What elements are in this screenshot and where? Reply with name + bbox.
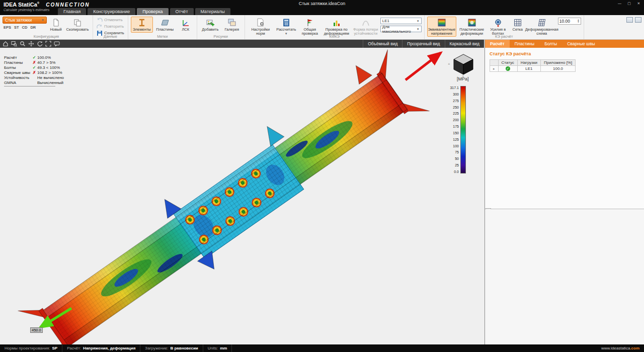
status-row: GMNAВычисленный	[4, 80, 64, 85]
panel-tab-svarnye-shvy[interactable]: Сварные швы	[562, 40, 600, 48]
toggle-lcs-button[interactable]: ЛСК	[177, 17, 194, 33]
window-controls: — ▢ ✕	[616, 1, 642, 6]
statusbar-value: mm	[220, 346, 227, 350]
layout-icon[interactable]	[626, 17, 633, 23]
group-data: Отменить Повторить Сохранить Данные	[93, 15, 128, 39]
cube-rotate-down-icon[interactable]: +	[462, 74, 464, 78]
tab-materialy[interactable]: Материалы	[195, 8, 230, 15]
undo-button[interactable]: Отменить	[96, 17, 125, 23]
maximize-button[interactable]: ▢	[625, 1, 633, 6]
rotate-icon[interactable]	[36, 40, 44, 47]
status-label: Расчёт	[4, 55, 31, 60]
results-panel-tabs: Расчёт Пластины Болты Сварные швы	[485, 40, 644, 48]
deformation-scale-spinner[interactable]: 10.00 ▲▼	[558, 18, 581, 25]
view-mode-transparent[interactable]: Прозрачный вид	[402, 40, 444, 48]
status-label: GMNA	[4, 80, 31, 85]
panel-tab-bolty[interactable]: Болты	[539, 40, 562, 48]
group-cbfem-label: КМКЭ	[245, 34, 424, 39]
deformation-scale-value: 10.00	[559, 19, 570, 24]
minimize-button[interactable]: —	[616, 1, 623, 6]
new-item-button[interactable]: Новый	[48, 17, 64, 33]
legend-tick: 150	[453, 131, 459, 135]
load-case-cell: LE1	[517, 66, 540, 72]
statusbar: Нормы проектирования: SP Расчёт: Напряже…	[0, 344, 644, 352]
tab-konstruirovanie[interactable]: Конструирование	[88, 8, 135, 15]
redo-button[interactable]: Повторить	[96, 24, 125, 29]
gallery-button[interactable]: Галерея	[222, 17, 242, 33]
pan-icon[interactable]	[27, 40, 35, 47]
toggle-plates-label: Пластины	[156, 28, 174, 32]
panel-tab-plastiny[interactable]: Пластины	[510, 40, 540, 48]
comment-icon[interactable]	[53, 40, 61, 47]
check-icon: ✓	[31, 55, 37, 60]
add-picture-button[interactable]: Добавить	[200, 17, 221, 33]
copy-item-button[interactable]: Скопировать	[65, 17, 90, 33]
view-mode-switcher: Объёмный вид Прозрачный вид Каркасный ви…	[363, 40, 484, 48]
project-item-label: Стык затяжки	[5, 18, 32, 23]
statusbar-label: Расчёт:	[67, 346, 81, 350]
viewport-3d[interactable]: Расчёт✓100.0% Пластины✗40.7 > 5% Болты✓4…	[0, 48, 484, 344]
table-row[interactable]: ▸ ✓ LE1 100.0	[490, 66, 576, 72]
row-expander-icon[interactable]: ▸	[493, 67, 495, 70]
status-row: Сварные швы✗108.2 > 100%	[4, 70, 64, 75]
gallery-label: Галерея	[224, 28, 239, 32]
load-case-combobox[interactable]: LE1 ▼	[380, 18, 422, 24]
chevron-down-icon: ▼	[417, 20, 420, 23]
group-fea-label: КЭ расчёт	[425, 34, 584, 39]
tab-proverka[interactable]: Проверка	[137, 8, 168, 15]
status-row: Пластины✗40.7 > 5%	[4, 60, 64, 65]
load-case-value: LE1	[382, 19, 389, 23]
ribbon-corner	[626, 17, 641, 23]
zoom-window-icon[interactable]	[10, 40, 18, 47]
ribbon: Стык затяжки ▼ EPS ST CD DR Новый Скопир…	[0, 15, 644, 40]
group-project: Стык затяжки ▼ EPS ST CD DR Новый Скопир…	[0, 15, 93, 39]
eq-stress-icon	[437, 18, 446, 27]
project-type-row: EPS ST CD DR	[3, 25, 47, 30]
project-item-selector[interactable]: Стык затяжки ▼	[3, 17, 47, 24]
calculator-icon	[282, 18, 291, 27]
applied-percent-cell: 100.0	[540, 66, 575, 72]
toggle-lcs-label: ЛСК	[182, 28, 189, 32]
view-mode-wireframe[interactable]: Каркасный вид	[445, 40, 484, 48]
status-row: УстойчивостьНе вычислено	[4, 75, 64, 80]
col-status: Статус	[498, 60, 517, 66]
calculate-button[interactable]: Рассчитать ▼	[275, 17, 298, 37]
fit-view-icon[interactable]	[44, 40, 52, 47]
toggle-plates-button[interactable]: Пластины	[154, 17, 176, 33]
buckling-icon	[361, 18, 370, 27]
type-cd[interactable]: CD	[22, 25, 28, 30]
stress-legend: 317.1 300 275 250 225 200 175 150 125 10…	[441, 86, 466, 173]
type-st[interactable]: ST	[14, 25, 19, 30]
panel-tab-raschet[interactable]: Расчёт	[485, 40, 510, 48]
redo-label: Повторить	[104, 24, 124, 29]
tab-glavnaya[interactable]: Главная	[58, 8, 86, 15]
view-mode-solid[interactable]: Объёмный вид	[363, 40, 402, 48]
close-button[interactable]: ✕	[635, 1, 642, 6]
statusbar-value: В равновесии	[170, 346, 198, 350]
type-dr[interactable]: DR	[30, 25, 36, 30]
status-row: Болты✓49.3 < 100%	[4, 65, 64, 70]
expander-header	[490, 60, 499, 66]
mesh-icon	[513, 18, 522, 27]
website-link[interactable]: www.ideastatica.com	[597, 346, 644, 350]
legend-tick: 125	[453, 138, 459, 141]
mesh-button[interactable]: Сетка	[510, 17, 526, 33]
overlay-divider	[4, 86, 55, 86]
type-eps[interactable]: EPS	[4, 25, 11, 30]
tab-otchet[interactable]: Отчёт	[170, 8, 194, 15]
cube-rotate-left-icon[interactable]: +	[448, 62, 450, 66]
undo-icon	[97, 17, 103, 23]
zoom-icon[interactable]	[19, 40, 27, 47]
collapse-ribbon-icon[interactable]	[635, 17, 641, 23]
spinner-arrows-icon[interactable]: ▲▼	[577, 19, 579, 24]
toggle-elements-button[interactable]: Элементы	[131, 17, 153, 33]
home-view-icon[interactable]	[2, 40, 10, 47]
brand-reg: ®	[37, 2, 39, 5]
status-label: Устойчивость	[4, 75, 31, 80]
legend-values: 317.1 300 275 250 225 200 175 150 125 10…	[441, 86, 459, 173]
legend-color-bar	[460, 86, 466, 173]
bolt-icon	[494, 18, 503, 27]
extreme-combobox[interactable]: Для максимального ▼	[380, 26, 422, 32]
fe-status-title: Статус КЭ расчёта	[490, 51, 639, 56]
mesh-label: Сетка	[513, 28, 523, 32]
